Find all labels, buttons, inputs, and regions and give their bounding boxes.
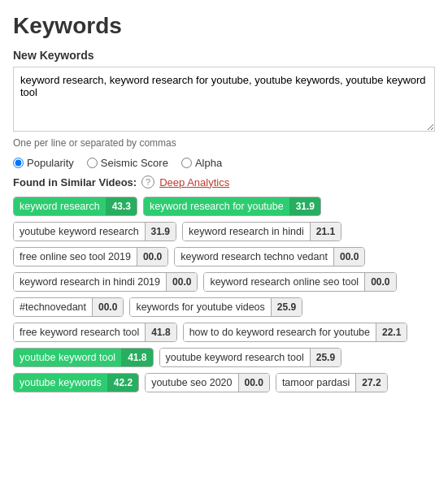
keyword-tag[interactable]: free keyword research tool41.8 <box>13 323 177 342</box>
keyword-score: 21.1 <box>310 223 341 240</box>
keyword-tag[interactable]: youtube keyword research31.9 <box>13 222 176 241</box>
keyword-label: keyword research for youtube <box>144 197 289 215</box>
keyword-label: free online seo tool 2019 <box>14 248 137 266</box>
keyword-label: tamoor pardasi <box>276 374 355 392</box>
keyword-label: #technovedant <box>14 298 92 316</box>
keyword-label: youtube keyword research tool <box>160 349 310 366</box>
keyword-score: 31.9 <box>289 197 320 215</box>
new-keywords-label: New Keywords <box>13 49 435 62</box>
keyword-tag[interactable]: keyword research online seo tool00.0 <box>203 272 396 292</box>
textarea-hint: One per line or separated by commas <box>13 137 435 149</box>
keyword-tag[interactable]: keyword research for youtube31.9 <box>143 197 321 216</box>
keyword-label: keyword research <box>14 197 106 215</box>
keyword-score: 00.0 <box>92 298 123 316</box>
keyword-label: free keyword research tool <box>14 323 145 341</box>
found-row: Found in Similar Videos: ? Deep Analytic… <box>13 176 435 188</box>
sort-options: Popularity Seismic Score Alpha <box>13 157 435 169</box>
keyword-label: keyword research in hindi <box>183 223 310 240</box>
keyword-tag[interactable]: youtube keyword research tool25.9 <box>159 348 342 367</box>
keyword-tag[interactable]: keyword research43.3 <box>13 197 137 216</box>
keyword-score: 25.9 <box>310 349 341 366</box>
sort-alpha[interactable]: Alpha <box>181 157 222 169</box>
keyword-score: 00.0 <box>137 248 167 266</box>
keyword-tag[interactable]: #technovedant00.0 <box>13 297 124 317</box>
keyword-score: 00.0 <box>333 248 364 266</box>
keyword-tag[interactable]: youtube keyword tool41.8 <box>13 348 154 367</box>
keyword-score: 25.9 <box>271 298 302 316</box>
keyword-score: 00.0 <box>238 374 269 392</box>
keyword-score: 41.8 <box>145 323 176 341</box>
keyword-score: 00.0 <box>166 273 197 291</box>
keyword-tag[interactable]: keyword research techno vedant00.0 <box>174 247 365 266</box>
keyword-label: keyword research techno vedant <box>175 248 333 266</box>
deep-analytics-link[interactable]: Deep Analytics <box>159 176 229 188</box>
keyword-tag[interactable]: keyword research in hindi 201900.0 <box>13 272 198 292</box>
keyword-tag[interactable]: tamoor pardasi27.2 <box>276 373 388 392</box>
keyword-tag[interactable]: keyword research in hindi21.1 <box>182 222 341 241</box>
keyword-score: 31.9 <box>145 223 176 240</box>
help-icon[interactable]: ? <box>141 176 154 188</box>
keyword-label: youtube keywords <box>14 374 107 392</box>
found-label: Found in Similar Videos: <box>13 176 137 188</box>
new-keywords-input[interactable] <box>13 67 435 132</box>
keyword-tag[interactable]: youtube seo 202000.0 <box>145 373 270 392</box>
keyword-score: 43.3 <box>106 197 137 215</box>
keyword-score: 27.2 <box>355 374 386 392</box>
keyword-score: 41.8 <box>121 349 152 366</box>
keyword-tag[interactable]: youtube keywords42.2 <box>13 373 139 392</box>
keyword-score: 22.1 <box>376 323 407 341</box>
keyword-label: keyword research online seo tool <box>204 273 364 291</box>
keyword-tag[interactable]: how to do keyword research for youtube22… <box>183 323 408 342</box>
keyword-label: youtube seo 2020 <box>146 374 237 392</box>
keyword-label: keywords for youtube videos <box>130 298 270 316</box>
sort-popularity[interactable]: Popularity <box>13 157 74 169</box>
keyword-label: how to do keyword research for youtube <box>184 323 376 341</box>
keyword-score: 00.0 <box>364 273 395 291</box>
keyword-tag[interactable]: keywords for youtube videos25.9 <box>129 297 302 317</box>
keyword-label: youtube keyword research <box>14 223 145 240</box>
sort-seismic[interactable]: Seismic Score <box>87 157 168 169</box>
keywords-area: keyword research43.3keyword research for… <box>13 197 435 392</box>
page-title: Keywords <box>13 13 435 39</box>
keyword-label: youtube keyword tool <box>14 349 121 366</box>
keyword-score: 42.2 <box>107 374 138 392</box>
keyword-label: keyword research in hindi 2019 <box>14 273 166 291</box>
keyword-tag[interactable]: free online seo tool 201900.0 <box>13 247 168 266</box>
